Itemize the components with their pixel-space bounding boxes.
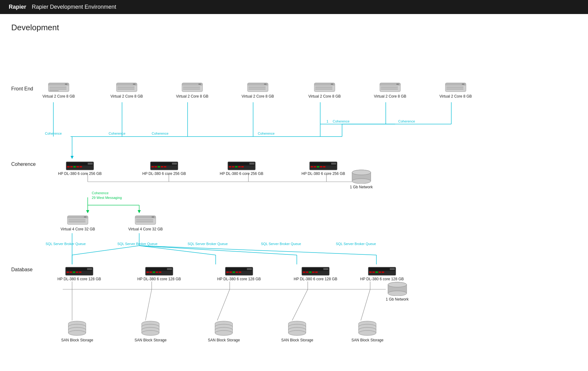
- database-section-label: Database: [11, 267, 33, 272]
- svg-rect-91: [88, 163, 93, 165]
- svg-rect-103: [232, 166, 234, 167]
- svg-rect-166: [369, 272, 372, 273]
- svg-rect-76: [381, 87, 398, 88]
- connection-lines: [11, 40, 573, 367]
- svg-rect-147: [167, 268, 172, 270]
- vserver-icon: [181, 80, 203, 93]
- rack-icon: [65, 267, 93, 276]
- conn-label-coherence-4: Coherence: [258, 132, 275, 135]
- svg-rect-62: [183, 89, 200, 89]
- messaging-server-1: Virtual 4 Core 32 GB: [61, 213, 95, 231]
- svg-rect-152: [233, 272, 235, 273]
- san-storage-4: SAN Block Storage: [281, 320, 313, 342]
- svg-rect-87: [70, 166, 73, 167]
- conn-label-coherence-2: Coherence: [109, 132, 125, 135]
- vserver-icon: [48, 80, 70, 93]
- db-server-4: HP DL-380 6 core 128 GB: [294, 267, 337, 281]
- svg-rect-112: [317, 166, 319, 167]
- svg-rect-161: [312, 272, 315, 273]
- svg-rect-171: [390, 268, 395, 270]
- svg-line-46: [292, 289, 308, 320]
- svg-rect-68: [264, 84, 267, 85]
- svg-line-30: [139, 246, 216, 255]
- svg-rect-53: [65, 84, 67, 85]
- svg-point-216: [215, 330, 233, 335]
- svg-point-121: [352, 170, 371, 175]
- svg-rect-154: [239, 272, 241, 273]
- svg-rect-155: [247, 268, 252, 270]
- coherence-server-4: HP DL-380 6 core 256 GB: [301, 161, 345, 176]
- sql-label-5: SQL Server Broker Queue: [336, 242, 376, 246]
- frontend-server-7-label: Virtual 2 Core 8 GB: [439, 94, 472, 99]
- san-2-label: SAN Block Storage: [135, 338, 167, 342]
- coherence-server-2: HP DL-380 6 core 256 GB: [142, 161, 186, 176]
- frontend-server-7: Virtual 2 Core 8 GB: [439, 80, 472, 99]
- svg-rect-73: [331, 84, 333, 85]
- db-server-5-label: HP DL-380 6 core 128 GB: [360, 277, 404, 281]
- svg-rect-113: [320, 166, 322, 167]
- db-server-4-label: HP DL-380 6 core 128 GB: [294, 277, 337, 281]
- svg-rect-88: [73, 166, 76, 167]
- svg-rect-139: [87, 268, 92, 270]
- frontend-server-4-label: Virtual 2 Core 8 GB: [242, 94, 274, 99]
- svg-rect-83: [462, 84, 464, 85]
- san-1-label: SAN Block Storage: [61, 338, 93, 342]
- vserver-icon: [116, 80, 138, 93]
- rack-icon: [228, 161, 256, 170]
- svg-point-120: [352, 179, 371, 184]
- svg-point-176: [388, 291, 407, 296]
- svg-rect-125: [68, 221, 86, 222]
- sql-label-2: SQL Server Broker Queue: [117, 242, 158, 246]
- svg-rect-159: [306, 272, 308, 273]
- svg-point-190: [68, 330, 86, 335]
- svg-rect-102: [229, 166, 231, 167]
- san-3-label: SAN Block Storage: [208, 338, 240, 342]
- conn-label-coherence-6: Coherence: [398, 119, 415, 123]
- san-storage-1: SAN Block Storage: [61, 320, 93, 342]
- svg-point-203: [142, 330, 159, 335]
- cylinder-icon: [386, 282, 408, 296]
- svg-rect-146: [159, 272, 161, 273]
- cylinder-icon: [350, 169, 372, 184]
- svg-rect-71: [315, 87, 332, 88]
- svg-line-47: [361, 289, 370, 320]
- svg-rect-50: [49, 87, 66, 88]
- san-storage-3: SAN Block Storage: [208, 320, 240, 342]
- svg-rect-160: [309, 272, 311, 273]
- svg-point-177: [388, 282, 407, 287]
- frontend-server-1-label: Virtual 2 Core 8 GB: [42, 94, 75, 99]
- db-server-1-label: HP DL-380 6 core 128 GB: [57, 277, 101, 281]
- db-server-2: HP DL-380 6 core 128 GB: [137, 267, 181, 281]
- svg-rect-106: [241, 166, 244, 167]
- vserver-icon: [445, 80, 467, 93]
- svg-rect-105: [238, 166, 241, 167]
- coherence-network-label: 1 Gb Network: [350, 185, 373, 189]
- svg-rect-99: [172, 163, 177, 165]
- svg-rect-86: [67, 166, 70, 167]
- rack-icon: [225, 267, 253, 276]
- db-server-3-label: HP DL-380 6 core 128 GB: [217, 277, 261, 281]
- san-icon: [288, 320, 306, 337]
- frontend-server-2-label: Virtual 2 Core 8 GB: [110, 94, 143, 99]
- svg-rect-66: [248, 87, 266, 88]
- svg-rect-158: [303, 272, 305, 273]
- svg-rect-153: [236, 272, 238, 273]
- svg-rect-104: [235, 166, 238, 167]
- svg-marker-2: [71, 156, 74, 159]
- coherence-network-cylinder: 1 Gb Network: [350, 169, 373, 189]
- svg-rect-96: [158, 166, 160, 167]
- svg-rect-168: [375, 272, 378, 273]
- svg-rect-136: [73, 272, 75, 273]
- san-4-label: SAN Block Storage: [281, 338, 313, 342]
- san-icon: [214, 320, 233, 337]
- brand-label: Rapier: [9, 4, 26, 10]
- san-storage-5: SAN Block Storage: [351, 320, 384, 342]
- messaging-server-1-label: Virtual 4 Core 32 GB: [61, 227, 95, 231]
- svg-rect-77: [381, 89, 398, 89]
- svg-rect-57: [117, 89, 135, 89]
- svg-rect-162: [315, 272, 318, 273]
- svg-rect-143: [149, 272, 152, 273]
- conn-label-coherence-3: Coherence: [152, 132, 169, 135]
- svg-rect-126: [84, 216, 86, 218]
- svg-rect-130: [136, 221, 153, 222]
